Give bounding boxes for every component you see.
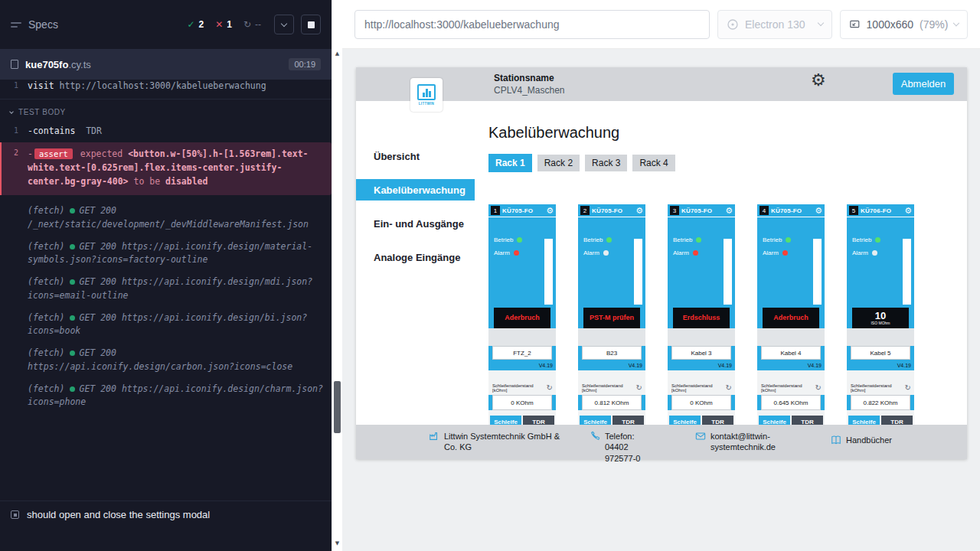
sidebar-item[interactable]: Analoge Eingänge xyxy=(356,246,475,268)
spec-name-ext: .cy.ts xyxy=(68,59,90,70)
specs-menu-button[interactable]: Specs xyxy=(11,18,58,31)
spec-file-row[interactable]: kue705fo.cy.ts 00:19 xyxy=(0,49,332,80)
stop-run-button[interactable] xyxy=(301,15,321,34)
iso-value: 10 xyxy=(875,311,886,321)
schleife-button[interactable]: Schleife xyxy=(669,416,701,425)
sidebar-item-label: Übersicht xyxy=(374,151,420,162)
visit-command-row[interactable]: 1 visit http://localhost:3000/kabelueber… xyxy=(0,77,332,99)
measurement-value: 0.822 KOhm xyxy=(851,395,910,410)
scrollbar-thumb[interactable] xyxy=(334,381,341,433)
alarm-led-icon xyxy=(603,250,609,256)
rack-tab-label: Rack 2 xyxy=(544,158,573,168)
fetch-url: /_next/static/development/_devMiddleware… xyxy=(28,219,309,230)
book-icon xyxy=(831,435,841,445)
rack-tab[interactable]: Rack 1 xyxy=(488,154,532,172)
xhr-status-dot-icon xyxy=(70,386,75,392)
browser-selector[interactable]: Electron 130 xyxy=(717,10,832,39)
page-title: Kabelüberwachung xyxy=(488,124,967,142)
status-text: Erdschluss xyxy=(681,315,722,322)
collapsed-test-row[interactable]: should open and close the settings modal xyxy=(0,500,332,528)
alarm-label: Alarm xyxy=(763,249,779,256)
tdr-button[interactable]: TDR xyxy=(881,416,913,425)
scroll-down-arrow-icon[interactable]: ▼ xyxy=(332,540,342,546)
device-settings-gear-icon[interactable]: ⚙ xyxy=(725,207,733,215)
measure-label: Schleifenwiderstand [kOhm] xyxy=(761,383,815,393)
tdr-button[interactable]: TDR xyxy=(792,416,823,425)
schleife-button[interactable]: Schleife xyxy=(580,416,611,425)
reporter-topbar: Specs ✓2 ✕1 ↻-- xyxy=(0,0,332,49)
email-contact: kontakt@littwin-systemtechnik.de xyxy=(695,431,779,453)
refresh-icon[interactable]: ↻ xyxy=(547,384,553,392)
sidebar-item[interactable]: Ein- und Ausgänge xyxy=(356,213,475,234)
scroll-up-arrow-icon[interactable]: ▲ xyxy=(332,51,342,57)
viewport-icon xyxy=(849,18,861,31)
rack-tab-label: Rack 4 xyxy=(639,158,668,168)
failed-assert-command[interactable]: 2 -assert expected <button.w-[50%].h-[1.… xyxy=(0,142,332,195)
rack-tab[interactable]: Rack 3 xyxy=(585,155,627,171)
fetch-log-row[interactable]: (fetch)GET 200 https://api.iconify.desig… xyxy=(0,236,332,272)
pending-stat[interactable]: ↻-- xyxy=(243,19,261,30)
refresh-icon[interactable]: ↻ xyxy=(905,384,911,392)
schleife-button[interactable]: Schleife xyxy=(848,416,880,425)
fetch-log-row[interactable]: (fetch)GET 200 https://api.iconify.desig… xyxy=(0,307,332,343)
iso-unit: ISO MOhm xyxy=(871,321,890,325)
refresh-icon[interactable]: ↻ xyxy=(636,384,642,392)
failed-stat[interactable]: ✕1 xyxy=(215,19,232,30)
firmware-version: V4.19 xyxy=(808,363,822,368)
url-input[interactable] xyxy=(354,10,710,39)
settings-gear-icon[interactable]: ⚙ xyxy=(811,72,826,89)
chevron-down-icon xyxy=(818,20,824,26)
schleife-button[interactable]: Schleife xyxy=(490,416,521,425)
card-white-strip xyxy=(724,239,732,305)
phone-contact: Telefon: 04402 972577-0 xyxy=(590,431,660,464)
command-name: visit xyxy=(28,80,54,91)
card-status-area: Betrieb Alarm 10ISO MOhm xyxy=(847,236,914,328)
betrieb-label: Betrieb xyxy=(583,236,603,243)
measure-label: Schleifenwiderstand [kOhm] xyxy=(851,383,905,393)
device-model: KÜ705-FO xyxy=(502,207,544,214)
schleife-button[interactable]: Schleife xyxy=(759,416,790,425)
alarm-label: Alarm xyxy=(494,249,510,256)
fetch-log-row[interactable]: (fetch)GET 200 https://api.iconify.desig… xyxy=(0,342,332,378)
rack-tab[interactable]: Rack 4 xyxy=(632,155,675,171)
logout-button[interactable]: Abmelden xyxy=(893,73,954,95)
device-card: 1 KÜ705-FO ⚙ Betrieb Alarm xyxy=(488,204,556,425)
device-card: 5 KÜ706-FO ⚙ Betrieb Alarm xyxy=(847,204,914,425)
xhr-status-dot-icon xyxy=(70,315,75,321)
betrieb-led-icon xyxy=(875,237,880,243)
email-icon xyxy=(695,431,706,442)
fetch-log-row[interactable]: (fetch)GET 200 https://api.iconify.desig… xyxy=(0,378,332,414)
device-settings-gear-icon[interactable]: ⚙ xyxy=(904,207,912,215)
card-white-strip xyxy=(634,239,642,305)
passed-check-icon: ✓ xyxy=(187,19,194,30)
rack-tab-label: Rack 1 xyxy=(495,158,525,168)
app-header: LITTWIN Stationsname CPLV4_Maschen ⚙ Abm… xyxy=(356,67,967,101)
rack-tabs: Rack 1Rack 2Rack 3Rack 4 xyxy=(488,154,967,172)
device-settings-gear-icon[interactable]: ⚙ xyxy=(815,207,822,215)
fetch-type: (fetch) xyxy=(28,347,64,358)
refresh-icon[interactable]: ↻ xyxy=(726,384,732,392)
measure-label: Schleifenwiderstand [kOhm] xyxy=(492,383,547,393)
device-settings-gear-icon[interactable]: ⚙ xyxy=(635,207,643,215)
passed-stat[interactable]: ✓2 xyxy=(187,19,204,30)
device-number: 3 xyxy=(670,206,679,215)
fetch-log-row[interactable]: (fetch)GET 200 https://api.iconify.desig… xyxy=(0,271,332,307)
manuals-link[interactable]: Handbücher xyxy=(831,435,892,445)
tdr-button[interactable]: TDR xyxy=(612,416,644,425)
tdr-button[interactable]: TDR xyxy=(523,416,554,425)
refresh-icon[interactable]: ↻ xyxy=(815,384,822,392)
firmware-version: V4.19 xyxy=(897,363,911,368)
rack-tab[interactable]: Rack 2 xyxy=(537,155,580,171)
device-settings-gear-icon[interactable]: ⚙ xyxy=(546,207,554,215)
viewport-selector[interactable]: 1000x660 (79%) xyxy=(840,10,968,39)
collapse-all-button[interactable] xyxy=(274,15,294,34)
sidebar-item[interactable]: Kabelüberwachung xyxy=(356,179,475,201)
tdr-button[interactable]: TDR xyxy=(702,416,733,425)
test-body-section-header[interactable]: TEST BODY xyxy=(0,99,332,122)
reporter-scrollbar[interactable]: ▲ ▼ xyxy=(332,0,342,551)
firmware-version: V4.19 xyxy=(629,363,642,368)
fetch-log-row[interactable]: (fetch)GET 200 /_next/static/development… xyxy=(0,200,332,236)
sidebar-item[interactable]: Übersicht xyxy=(356,145,475,167)
electron-icon xyxy=(727,18,739,31)
contains-command-row[interactable]: 1 -contains TDR xyxy=(0,122,332,139)
